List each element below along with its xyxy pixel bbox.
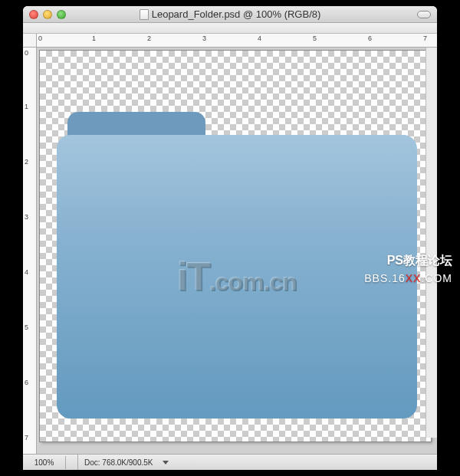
zoom-button[interactable] <box>57 10 66 19</box>
document-canvas[interactable]: iT.com.cn <box>40 51 431 442</box>
ruler-v-label: 0 <box>25 49 28 57</box>
watermark-logo: iT.com.cn <box>177 254 297 300</box>
close-button[interactable] <box>29 10 38 19</box>
ruler-h-label: 4 <box>258 34 261 42</box>
ruler-v-label: 5 <box>25 323 28 331</box>
watermark-text-xx: XX <box>406 272 422 284</box>
watermark-text-b: .COM <box>421 272 452 284</box>
statusbar-separator <box>66 455 78 470</box>
page-watermark: PS教程论坛 BBS.16XX.COM <box>364 253 452 284</box>
title: Leopard_Folder.psd @ 100% (RGB/8) <box>23 8 437 20</box>
ruler-h-label: 6 <box>368 34 372 42</box>
zoom-value[interactable]: 100% <box>23 456 66 469</box>
ruler-h-label: 3 <box>202 34 206 42</box>
ruler-v-label: 1 <box>25 103 28 110</box>
ruler-h-label: 0 <box>38 34 42 42</box>
logo-small-text: .com.cn <box>209 268 297 296</box>
vertical-scrollbar[interactable] <box>426 48 437 438</box>
logo-big-text: iT <box>177 254 209 299</box>
ruler-v-label: 2 <box>25 158 28 166</box>
watermark-line2: BBS.16XX.COM <box>364 272 452 284</box>
horizontal-ruler[interactable]: 0 1 2 3 4 5 6 7 <box>37 34 437 48</box>
titlebar[interactable]: Leopard_Folder.psd @ 100% (RGB/8) <box>23 6 437 23</box>
ruler-h-label: 5 <box>313 34 317 42</box>
ruler-v-label: 7 <box>25 434 28 442</box>
ruler-h-label: 1 <box>92 34 96 42</box>
doc-info[interactable]: Doc: 768.0K/900.5K <box>78 456 159 469</box>
ruler-v-label: 4 <box>25 268 28 276</box>
photoshop-document-window: Leopard_Folder.psd @ 100% (RGB/8) 0 1 2 … <box>23 6 437 470</box>
toolbar-toggle-button[interactable] <box>417 11 431 18</box>
watermark-text-a: BBS.16 <box>364 272 405 284</box>
minimize-button[interactable] <box>43 10 52 19</box>
watermark-line1: PS教程论坛 <box>364 253 452 269</box>
folder-artwork: iT.com.cn <box>57 112 417 419</box>
folder-body-shape: iT.com.cn <box>57 135 417 419</box>
window-controls <box>29 10 66 19</box>
ruler-h-label: 2 <box>147 34 151 42</box>
canvas-viewport[interactable]: iT.com.cn <box>37 48 437 454</box>
window-toolbar <box>23 23 437 34</box>
statusbar-menu-icon[interactable] <box>163 461 169 465</box>
ruler-h-label: 7 <box>423 34 427 42</box>
status-bar: 100% Doc: 768.0K/900.5K <box>23 454 437 470</box>
document-title: Leopard_Folder.psd @ 100% (RGB/8) <box>152 8 321 20</box>
workspace: 0 1 2 3 4 5 6 7 0 1 2 3 4 5 6 7 <box>23 34 437 454</box>
vertical-ruler[interactable]: 0 1 2 3 4 5 6 7 <box>23 48 37 454</box>
ruler-origin[interactable] <box>23 34 37 48</box>
document-icon <box>140 9 149 20</box>
ruler-v-label: 3 <box>25 213 28 221</box>
ruler-v-label: 6 <box>25 379 28 386</box>
